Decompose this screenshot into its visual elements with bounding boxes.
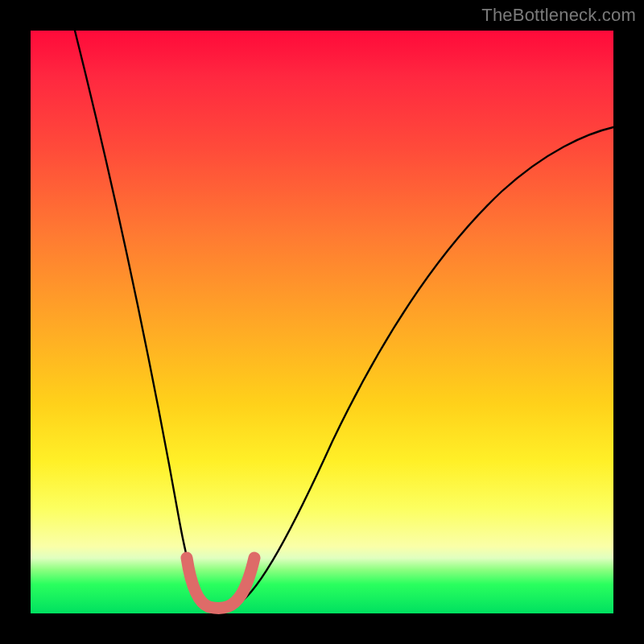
bottleneck-curve — [75, 31, 613, 609]
bottleneck-marker — [187, 558, 254, 608]
chart-frame: TheBottleneck.com — [0, 0, 644, 644]
plot-area — [31, 31, 613, 613]
watermark-text: TheBottleneck.com — [481, 5, 636, 26]
bottleneck-curve-svg — [31, 31, 613, 613]
